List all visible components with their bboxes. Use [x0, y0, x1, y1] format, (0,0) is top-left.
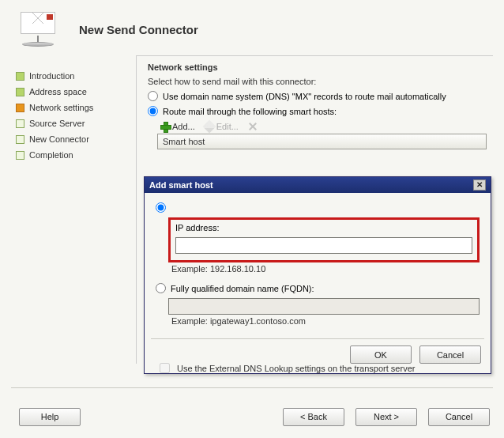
edit-button: Edit... — [201, 121, 242, 132]
step-label: Source Server — [29, 119, 85, 128]
close-icon: ✕ — [476, 181, 483, 189]
plus-icon — [160, 122, 170, 131]
radio-fqdn-input[interactable] — [156, 283, 166, 293]
fqdn-label: Fully qualified domain name (FQDN): — [171, 284, 314, 293]
step-label: Address space — [29, 87, 87, 96]
ip-address-input[interactable] — [175, 237, 472, 254]
next-button[interactable]: Next > — [355, 408, 417, 426]
radio-smart-hosts-label: Route mail through the following smart h… — [163, 107, 337, 116]
section-title: Network settings — [148, 62, 490, 72]
divider — [11, 387, 493, 388]
page-title: New Send Connector — [79, 23, 198, 36]
add-label: Add... — [172, 122, 195, 131]
pencil-icon — [202, 120, 216, 134]
wizard-icon — [21, 12, 60, 47]
radio-ip-input[interactable] — [156, 202, 166, 213]
cancel-button[interactable]: Cancel — [428, 408, 490, 426]
step-source-server: Source Server — [16, 115, 136, 131]
x-icon — [248, 122, 258, 131]
external-dns-checkbox-row[interactable]: Use the External DNS Lookup settings on … — [156, 361, 415, 376]
fqdn-input — [168, 298, 480, 315]
ip-label: IP address: — [175, 223, 472, 232]
radio-dns-input[interactable] — [148, 91, 158, 101]
grid-column-header: Smart host — [157, 134, 487, 149]
step-new-connector: New Connector — [16, 131, 136, 147]
wizard-button-bar: Help < Back Next > Cancel — [0, 395, 504, 438]
step-label: Network settings — [29, 103, 93, 112]
wizard-window: New Send Connector Introduction Address … — [0, 0, 504, 438]
step-network-settings: Network settings — [16, 100, 136, 115]
step-introduction: Introduction — [16, 68, 136, 84]
radio-fqdn[interactable]: Fully qualified domain name (FQDN): — [156, 283, 480, 293]
step-address-space: Address space — [16, 84, 136, 100]
ip-highlight-box: IP address: — [168, 217, 480, 262]
back-button[interactable]: < Back — [283, 408, 344, 426]
radio-smart-hosts[interactable]: Route mail through the following smart h… — [148, 106, 490, 116]
ip-example-text: Example: 192.168.10.10 — [171, 264, 480, 274]
radio-smart-hosts-input[interactable] — [148, 106, 158, 116]
step-label: Introduction — [29, 71, 74, 81]
radio-dns-label: Use domain name system (DNS) "MX" record… — [163, 92, 446, 101]
delete-button — [245, 121, 261, 132]
edit-label: Edit... — [216, 122, 239, 131]
dialog-cancel-button[interactable]: Cancel — [419, 345, 481, 364]
smart-host-toolbar: Add... Edit... — [157, 121, 490, 132]
header: New Send Connector — [0, 0, 504, 55]
external-dns-label: Use the External DNS Lookup settings on … — [177, 364, 415, 373]
step-completion: Completion — [16, 147, 136, 163]
radio-ip-address[interactable] — [156, 202, 480, 213]
dialog-title-text: Add smart host — [149, 180, 213, 190]
fqdn-example-text: Example: ipgateway1.contoso.com — [171, 316, 480, 326]
add-button[interactable]: Add... — [157, 121, 198, 132]
external-dns-checkbox — [160, 363, 170, 373]
close-button[interactable]: ✕ — [473, 179, 486, 191]
step-label: New Connector — [29, 134, 89, 144]
add-smart-host-dialog: Add smart host ✕ IP address: Example: 19… — [144, 176, 491, 374]
step-label: Completion — [29, 150, 73, 160]
wizard-steps: Introduction Address space Network setti… — [16, 55, 136, 364]
help-button[interactable]: Help — [19, 408, 81, 426]
dialog-titlebar: Add smart host ✕ — [145, 177, 491, 193]
radio-dns[interactable]: Use domain name system (DNS) "MX" record… — [148, 91, 490, 101]
envelope-icon — [21, 12, 55, 34]
instruction-text: Select how to send mail with this connec… — [148, 77, 490, 86]
